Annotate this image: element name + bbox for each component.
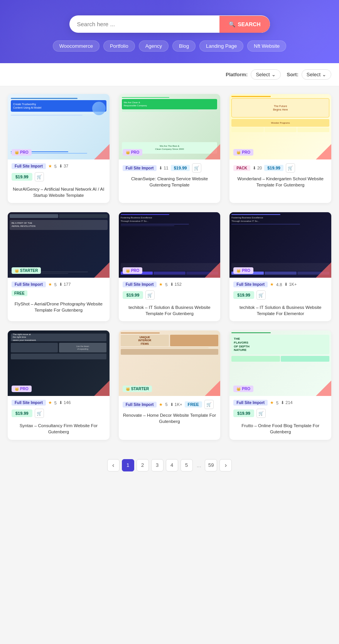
cart-icon[interactable]: 🛒 [35, 172, 44, 181]
card-badge: 👑 PRO [12, 386, 32, 392]
template-card: The FutureBegins Here Wonder Programs 👑 … [229, 94, 331, 203]
price-box: $19.99🛒 [229, 407, 331, 421]
meta-type-label: Full Site Import [233, 400, 268, 406]
meta-type-label: Full Site Import [123, 402, 157, 408]
platform-select[interactable]: Select ⌄ [251, 69, 280, 80]
sort-label: Sort: [287, 72, 299, 77]
search-tag[interactable]: Agency [139, 40, 169, 52]
card-thumbnail[interactable]: The FutureBegins Here Wonder Programs 👑 … [229, 94, 331, 159]
pagination-page[interactable]: 4 [166, 459, 178, 471]
pagination-page[interactable]: 1 [122, 459, 134, 471]
crown-icon: 👑 [236, 269, 241, 273]
pagination-last[interactable]: 59 [205, 459, 217, 471]
template-card: Fostering Business ExcellenceThrough Inn… [119, 212, 221, 321]
card-meta: Full Site Import ★5 ⬇ 37 [8, 159, 110, 171]
card-meta: Full Site Import ★5 ⬇ 146 [8, 396, 110, 407]
meta-type-label: Full Site Import [12, 282, 46, 287]
cart-icon[interactable]: 🛒 [256, 290, 266, 300]
card-badge: 👑 STARTER [123, 386, 152, 392]
card-title: NeurAIGency – Artificial Neural Network … [8, 184, 110, 203]
crown-icon: 👑 [126, 387, 130, 391]
chevron-down-icon: ⌄ [322, 72, 326, 77]
meta-type-label: Full Site Import [123, 282, 157, 287]
card-badge: 👑 PRO [233, 267, 253, 274]
search-tag[interactable]: Woocommerce [53, 40, 100, 52]
pagination-prev[interactable]: ‹ [107, 459, 120, 471]
search-button[interactable]: 🔍 SEARCH [219, 16, 270, 33]
download-count: ⬇ 1K+ [170, 402, 182, 407]
star-icon: ★ [48, 164, 52, 169]
download-count: ⬇ 20 [253, 166, 262, 171]
card-thumbnail[interactable]: The right move atthe right timesaves you… [8, 330, 110, 396]
price-box: $19.99🛒 [8, 407, 110, 421]
template-card: UNIQUEINTERIORITEMS 👑 STARTER Full Site … [119, 330, 221, 439]
price-box: $19.99🛒 [229, 289, 331, 303]
card-thumbnail[interactable]: We Are Clean &Responsible Company We Are… [119, 94, 221, 159]
download-count: ⬇ 146 [59, 400, 71, 405]
download-count: ⬇ 177 [59, 282, 71, 287]
template-grid: Create TrustworthyContent Using Al Model… [0, 86, 339, 448]
card-meta: Full Site Import ★5 ⬇ 1K+ FREE🛒 [119, 396, 221, 411]
cart-icon-inline[interactable]: 🛒 [192, 163, 201, 173]
chevron-down-icon: ⌄ [272, 72, 276, 77]
card-thumbnail[interactable]: UNIQUEINTERIORITEMS 👑 STARTER [119, 330, 221, 396]
template-card: THEFLAVORSOF DEPTHNATURE 👑 PRO Full Site… [229, 330, 331, 439]
card-meta: PACK ⬇ 20 $19.99🛒 [229, 159, 331, 174]
card-title: Syntax – Consultancy Firm Website For Gu… [8, 421, 110, 439]
pagination-next[interactable]: › [219, 459, 232, 471]
search-tag[interactable]: Portfolio [103, 40, 135, 52]
sort-select[interactable]: Select ⌄ [302, 69, 331, 80]
pagination-page[interactable]: 5 [180, 459, 193, 471]
download-count: ⬇ 11 [159, 166, 168, 171]
card-badge: 👑 PRO [233, 149, 253, 156]
cart-icon[interactable]: 🛒 [256, 409, 266, 418]
meta-type-label: Full Site Import [233, 282, 268, 287]
card-title: FlyShot – Aerial/Drone Photography Websi… [8, 299, 110, 318]
price-box: FREE [8, 289, 110, 299]
cart-icon[interactable]: 🛒 [35, 409, 44, 418]
card-title: Wonderland – Kindergarten School Website… [229, 174, 331, 193]
search-tag[interactable]: Blog [172, 40, 196, 52]
star-icon: ★ [48, 400, 52, 405]
card-thumbnail[interactable]: THEFLAVORSOF DEPTHNATURE 👑 PRO [229, 330, 331, 396]
card-thumbnail[interactable]: Fostering Business ExcellenceThrough Inn… [229, 212, 331, 278]
card-title: techitok – IT Solution & Business Websit… [229, 303, 331, 321]
card-badge: 👑 PRO [233, 386, 253, 392]
card-thumbnail[interactable]: BE A PART OF THEAERIAL REVOLUTION 👑 STAR… [8, 212, 110, 278]
crown-icon: 👑 [236, 151, 241, 154]
card-meta: Full Site Import ★5 ⬇ 214 [229, 396, 331, 407]
price-box: $19.99🛒 [8, 171, 110, 184]
star-icon: ★ [159, 402, 163, 407]
filter-bar: Platform: Select ⌄ Sort: Select ⌄ [0, 63, 339, 86]
crown-icon: 👑 [15, 269, 19, 273]
search-tag[interactable]: Landing Page [199, 40, 243, 52]
download-count: ⬇ 152 [170, 282, 182, 287]
download-count: ⬇ 1K+ [284, 282, 297, 287]
cart-icon-inline[interactable]: 🛒 [204, 400, 214, 409]
meta-type-label: PACK [233, 165, 250, 171]
star-icon: ★ [270, 400, 274, 405]
card-meta: Full Site Import ⬇ 11 $19.99🛒 [119, 159, 221, 174]
card-badge: 👑 PRO [12, 149, 32, 156]
card-title: Frutto – Online Food Blog Template For G… [229, 421, 331, 439]
sort-filter: Sort: Select ⌄ [287, 69, 331, 80]
card-badge: 👑 PRO [123, 267, 143, 274]
price-box: $19.99🛒 [119, 289, 221, 303]
card-title: Renovate – Home Decor Website Template F… [119, 411, 221, 429]
cart-icon[interactable]: 🛒 [145, 290, 155, 300]
card-meta: Full Site Import ★5 ⬇ 177 [8, 278, 110, 289]
crown-icon: 👑 [236, 387, 241, 391]
cart-icon-inline[interactable]: 🛒 [286, 163, 295, 173]
search-tag[interactable]: Nft Website [247, 40, 286, 52]
pagination-dots: ... [195, 462, 203, 468]
pagination-page[interactable]: 2 [137, 459, 149, 471]
card-thumbnail[interactable]: Create TrustworthyContent Using Al Model… [8, 94, 110, 159]
platform-label: Platform: [226, 72, 248, 77]
search-input[interactable] [69, 15, 220, 33]
crown-icon: 👑 [126, 151, 130, 154]
pagination-page[interactable]: 3 [151, 459, 164, 471]
template-card: Create TrustworthyContent Using Al Model… [8, 94, 110, 203]
card-badge: 👑 PRO [123, 149, 143, 156]
card-thumbnail[interactable]: Fostering Business ExcellenceThrough Inn… [119, 212, 221, 278]
meta-type-label: Full Site Import [12, 163, 46, 169]
